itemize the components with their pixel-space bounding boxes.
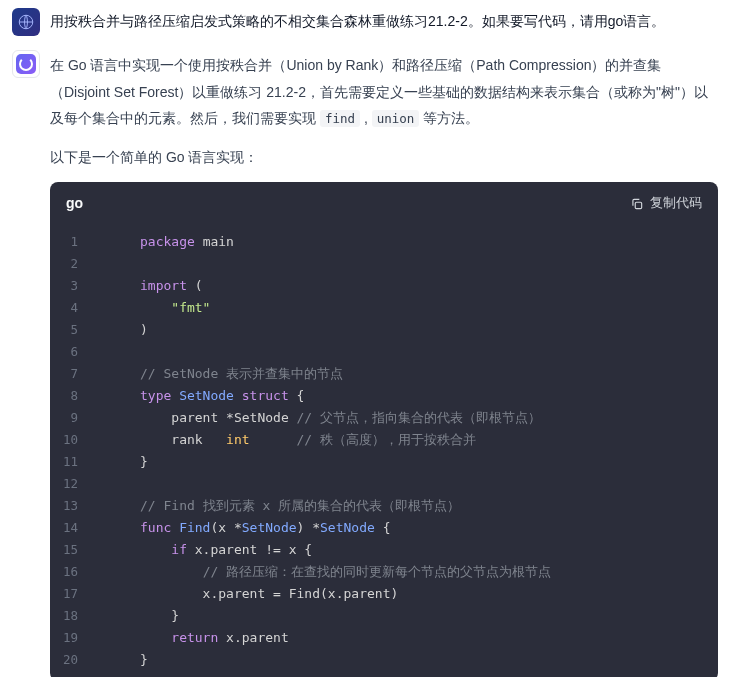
- code-line: 6: [50, 341, 718, 363]
- code-text: // Find 找到元素 x 所属的集合的代表（即根节点）: [96, 495, 460, 517]
- code-line: 4 "fmt": [50, 297, 718, 319]
- code-text: "fmt": [96, 297, 210, 319]
- bot-paragraph-2: 以下是一个简单的 Go 语言实现：: [50, 144, 718, 171]
- line-number: 10: [50, 429, 96, 451]
- line-number: 15: [50, 539, 96, 561]
- line-number: 9: [50, 407, 96, 429]
- user-avatar: [12, 8, 40, 36]
- code-text: x.parent = Find(x.parent): [96, 583, 398, 605]
- code-text: func Find(x *SetNode) *SetNode {: [96, 517, 391, 539]
- code-line: 14func Find(x *SetNode) *SetNode {: [50, 517, 718, 539]
- code-text: // 路径压缩：在查找的同时更新每个节点的父节点为根节点: [96, 561, 551, 583]
- code-line: 18 }: [50, 605, 718, 627]
- copy-icon: [630, 197, 644, 211]
- line-number: 20: [50, 649, 96, 671]
- code-line: 13// Find 找到元素 x 所属的集合的代表（即根节点）: [50, 495, 718, 517]
- code-text: }: [96, 649, 148, 671]
- code-line: 1package main: [50, 231, 718, 253]
- line-number: 14: [50, 517, 96, 539]
- code-text: // SetNode 表示并查集中的节点: [96, 363, 343, 385]
- code-text: return x.parent: [96, 627, 289, 649]
- code-block: go 复制代码 1package main23import (4 "fmt"5)…: [50, 182, 718, 677]
- line-number: 3: [50, 275, 96, 297]
- code-line: 19 return x.parent: [50, 627, 718, 649]
- code-line: 7// SetNode 表示并查集中的节点: [50, 363, 718, 385]
- line-number: 16: [50, 561, 96, 583]
- code-line: 5): [50, 319, 718, 341]
- code-line: 20}: [50, 649, 718, 671]
- code-text: }: [96, 605, 179, 627]
- user-message-row: 用按秩合并与路径压缩启发式策略的不相交集合森林重做练习21.2-2。如果要写代码…: [12, 8, 718, 36]
- line-number: 1: [50, 231, 96, 253]
- code-line: 16 // 路径压缩：在查找的同时更新每个节点的父节点为根节点: [50, 561, 718, 583]
- line-number: 12: [50, 473, 96, 495]
- code-line: 15 if x.parent != x {: [50, 539, 718, 561]
- globe-icon: [17, 13, 35, 31]
- code-line: 9 parent *SetNode // 父节点，指向集合的代表（即根节点）: [50, 407, 718, 429]
- code-line: 11}: [50, 451, 718, 473]
- line-number: 6: [50, 341, 96, 363]
- code-text: package main: [96, 231, 234, 253]
- bot-message-row: 在 Go 语言中实现一个使用按秩合并（Union by Rank）和路径压缩（P…: [12, 50, 718, 677]
- code-text: }: [96, 451, 148, 473]
- code-text: ): [96, 319, 148, 341]
- line-number: 19: [50, 627, 96, 649]
- copy-code-label: 复制代码: [650, 195, 702, 212]
- code-line: 12: [50, 473, 718, 495]
- user-message-text: 用按秩合并与路径压缩启发式策略的不相交集合森林重做练习21.2-2。如果要写代码…: [50, 8, 718, 32]
- bot-message: 在 Go 语言中实现一个使用按秩合并（Union by Rank）和路径压缩（P…: [50, 50, 718, 677]
- line-number: 17: [50, 583, 96, 605]
- code-language-label: go: [66, 192, 83, 214]
- code-line: 10 rank int // 秩（高度），用于按秩合并: [50, 429, 718, 451]
- inline-code-union: union: [372, 110, 420, 127]
- svg-rect-1: [635, 202, 641, 208]
- line-number: 18: [50, 605, 96, 627]
- code-line: 17 x.parent = Find(x.parent): [50, 583, 718, 605]
- line-number: 5: [50, 319, 96, 341]
- bot-avatar: [12, 50, 40, 78]
- line-number: 2: [50, 253, 96, 275]
- spinner-icon: [16, 54, 36, 74]
- inline-code-find: find: [320, 110, 360, 127]
- line-number: 7: [50, 363, 96, 385]
- line-number: 11: [50, 451, 96, 473]
- line-number: 8: [50, 385, 96, 407]
- code-line: 2: [50, 253, 718, 275]
- code-text: rank int // 秩（高度），用于按秩合并: [96, 429, 476, 451]
- code-text: import (: [96, 275, 203, 297]
- line-number: 4: [50, 297, 96, 319]
- bot-paragraph-1: 在 Go 语言中实现一个使用按秩合并（Union by Rank）和路径压缩（P…: [50, 52, 718, 132]
- code-body[interactable]: 1package main23import (4 "fmt"5)67// Set…: [50, 225, 718, 677]
- code-line: 3import (: [50, 275, 718, 297]
- code-text: parent *SetNode // 父节点，指向集合的代表（即根节点）: [96, 407, 541, 429]
- code-header: go 复制代码: [50, 182, 718, 224]
- code-text: if x.parent != x {: [96, 539, 312, 561]
- code-line: 8type SetNode struct {: [50, 385, 718, 407]
- copy-code-button[interactable]: 复制代码: [630, 195, 702, 212]
- line-number: 13: [50, 495, 96, 517]
- code-text: type SetNode struct {: [96, 385, 304, 407]
